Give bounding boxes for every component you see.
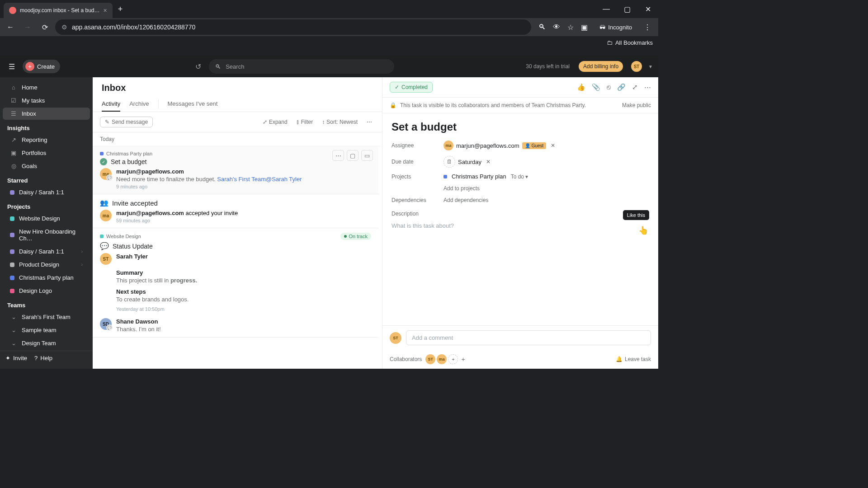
avatar[interactable]: ma xyxy=(437,354,447,364)
search-icon[interactable]: 🔍︎ xyxy=(538,23,546,31)
fullscreen-button[interactable]: ⤢ xyxy=(632,83,638,91)
close-window-button[interactable]: ✕ xyxy=(637,0,658,18)
add-collaborator-button[interactable]: + xyxy=(448,354,458,364)
inbox-card[interactable]: 👥Invite accepted ma marjun@pageflows.com… xyxy=(93,194,378,228)
link-button[interactable]: 🔗 xyxy=(617,83,626,91)
help-label: Help xyxy=(40,355,52,361)
tab-activity[interactable]: Activity xyxy=(102,97,120,112)
leave-task-button[interactable]: 🔔Leave task xyxy=(616,356,651,362)
menu-icon[interactable]: ⋮ xyxy=(644,23,651,32)
maximize-button[interactable]: ▢ xyxy=(617,0,637,18)
nav-inbox[interactable]: ☰Inbox xyxy=(3,108,90,120)
nav-label: Inbox xyxy=(22,110,36,117)
lock-icon: 🔒 xyxy=(390,102,396,108)
card-archive-button[interactable]: ▭ xyxy=(361,150,373,161)
message-row: ma💬 marjun@pageflows.com Need more time … xyxy=(100,168,371,189)
completed-button[interactable]: ✓Completed xyxy=(390,82,433,93)
starred-item[interactable]: Daisy / Sarah 1:1 xyxy=(3,186,90,198)
nav-goals[interactable]: ◎Goals xyxy=(3,160,90,172)
project-dot xyxy=(10,249,14,254)
nav-reporting[interactable]: ↗Reporting xyxy=(3,134,90,146)
expand-button[interactable]: ⤢Expand xyxy=(260,118,290,126)
team-item[interactable]: ⌄Sarah's First Team xyxy=(3,311,90,323)
card-project[interactable]: Christmas Party plan xyxy=(100,151,371,156)
mention-link[interactable]: Sarah's First Team@Sarah Tyler xyxy=(217,176,302,183)
field-value[interactable]: ma marjun@pageflows.com 👤Guest ✕ xyxy=(443,141,649,150)
site-settings-icon[interactable]: ⚙ xyxy=(61,23,67,31)
remove-assignee-button[interactable]: ✕ xyxy=(551,142,555,149)
more-button[interactable]: ⋯ xyxy=(644,83,651,91)
project-item[interactable]: New Hire Onboarding Ch… xyxy=(3,225,90,244)
divider xyxy=(158,99,159,109)
incognito-chip[interactable]: 🕶 Incognito xyxy=(595,22,637,33)
attachment-button[interactable]: 📎 xyxy=(592,83,600,91)
project-label: Christmas Party plan xyxy=(19,274,74,281)
app-body: ⌂Home ☑My tasks ☰Inbox Insights ↗Reporti… xyxy=(0,77,658,369)
project-item[interactable]: Website Design xyxy=(3,212,90,225)
panel-icon[interactable]: ▣ xyxy=(581,23,588,32)
sidebar-toggle[interactable]: ☰ xyxy=(5,60,18,73)
minimize-button[interactable]: — xyxy=(596,0,617,18)
invite-label: Invite xyxy=(13,355,27,361)
project-dot xyxy=(100,152,104,155)
bookmark-star-icon[interactable]: ☆ xyxy=(567,23,574,32)
invite-button[interactable]: ✦Invite xyxy=(5,355,27,361)
address-bar[interactable]: ⚙ app.asana.com/0/inbox/1206160204288770 xyxy=(55,19,531,35)
help-button[interactable]: ?Help xyxy=(34,355,52,361)
team-item[interactable]: ⌄Sample team xyxy=(3,324,90,336)
filter-button[interactable]: ⫿Filter xyxy=(294,118,316,126)
nav-portfolios[interactable]: ▣Portfolios xyxy=(3,147,90,159)
description-input[interactable]: What is this task about? xyxy=(392,222,649,229)
reload-button[interactable]: ⟳ xyxy=(38,20,52,34)
check-complete-icon[interactable]: ✓ xyxy=(100,158,107,165)
search-bar[interactable]: 🔍︎ Search xyxy=(209,59,394,74)
history-button[interactable]: ↺ xyxy=(192,60,204,73)
close-tab-icon[interactable]: × xyxy=(104,7,107,14)
guest-label: Guest xyxy=(532,143,544,148)
task-title[interactable]: Set a budget xyxy=(392,121,649,133)
add-billing-button[interactable]: Add billing info xyxy=(579,61,623,72)
project-item[interactable]: Christmas Party plan xyxy=(3,272,90,284)
remove-date-button[interactable]: ✕ xyxy=(486,159,491,165)
make-public-button[interactable]: Make public xyxy=(622,102,651,108)
sort-button[interactable]: ↕Sort: Newest xyxy=(319,118,360,126)
chevron-down-icon[interactable]: ▼ xyxy=(648,64,653,69)
avatar[interactable]: ST xyxy=(425,354,435,364)
nav-home[interactable]: ⌂Home xyxy=(3,81,90,94)
add-dependencies-button[interactable]: Add dependencies xyxy=(443,197,488,203)
team-item[interactable]: ⌄Design Team xyxy=(3,337,90,349)
project-item[interactable]: Daisy / Sarah 1:1› xyxy=(3,245,90,258)
browser-tab[interactable]: moodjoy.com inbox - Set a bud… × xyxy=(4,3,113,18)
card-project[interactable]: Website Design xyxy=(100,234,141,239)
nav-label: My tasks xyxy=(22,97,45,104)
message-time: Yesterday at 10:50pm xyxy=(116,306,371,312)
project-item[interactable]: Product Design› xyxy=(3,258,90,271)
home-icon: ⌂ xyxy=(10,84,17,91)
inbox-card[interactable]: Christmas Party plan ✓ Set a budget ⋯ ▢ … xyxy=(93,146,378,194)
section-select[interactable]: To do ▾ xyxy=(511,174,528,180)
like-button[interactable]: 👍 xyxy=(577,83,585,91)
eye-off-icon[interactable]: 👁 xyxy=(553,23,560,31)
plus-icon[interactable]: + xyxy=(461,356,465,363)
forward-button[interactable]: → xyxy=(21,20,34,34)
back-button[interactable]: ← xyxy=(4,20,17,34)
add-projects-button[interactable]: Add to projects xyxy=(443,185,480,192)
create-button[interactable]: + Create xyxy=(23,60,60,73)
field-value[interactable]: Christmas Party plan To do ▾ xyxy=(443,173,649,180)
subtask-button[interactable]: ⎋ xyxy=(607,83,611,91)
inbox-card[interactable]: Website Design On track 💬 Status Update … xyxy=(93,228,378,338)
send-message-button[interactable]: ✎Send message xyxy=(100,117,153,127)
card-bookmark-button[interactable]: ▢ xyxy=(347,150,359,161)
tab-sent[interactable]: Messages I've sent xyxy=(168,97,218,112)
card-more-button[interactable]: ⋯ xyxy=(332,150,344,161)
field-value[interactable]: 🗓 Saturday ✕ xyxy=(443,156,649,168)
all-bookmarks[interactable]: 🗀 All Bookmarks xyxy=(607,39,653,46)
inbox-scroll[interactable]: Christmas Party plan ✓ Set a budget ⋯ ▢ … xyxy=(93,146,382,369)
user-avatar[interactable]: ST xyxy=(631,61,642,72)
tab-archive[interactable]: Archive xyxy=(129,97,149,112)
comment-input[interactable]: Add a comment xyxy=(406,330,651,345)
new-tab-button[interactable]: + xyxy=(118,5,123,14)
more-button[interactable]: ⋯ xyxy=(364,118,375,126)
nav-my-tasks[interactable]: ☑My tasks xyxy=(3,94,90,107)
project-item[interactable]: Design Logo xyxy=(3,285,90,297)
